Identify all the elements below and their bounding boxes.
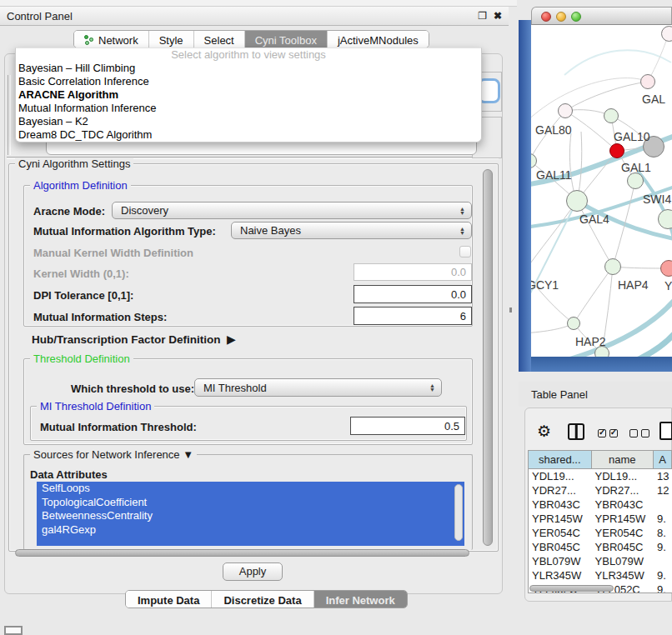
data-attributes-list[interactable]: SelfLoops TopologicalCoefficient Between…	[37, 482, 464, 546]
node-gal10[interactable]	[604, 108, 619, 123]
tab-impute-data[interactable]: Impute Data	[126, 591, 212, 608]
tab-select[interactable]: Select	[194, 31, 245, 48]
menu-item-bayesian-k2[interactable]: Bayesian – K2	[16, 115, 481, 128]
table-row[interactable]: YER054C YER054C 8.	[529, 526, 672, 540]
node-right-edge-green[interactable]	[658, 209, 672, 229]
cell: 9.	[654, 512, 672, 526]
settings-vertical-scrollbar[interactable]	[483, 169, 493, 546]
hub-definition-label[interactable]: Hub/Transcription Factor Definition	[32, 333, 221, 346]
column-header-shared-name[interactable]: shared...	[529, 451, 592, 468]
node-label: GAL10	[614, 130, 650, 143]
deselect-all-checkboxes-icon[interactable]	[629, 428, 649, 440]
algorithm-placeholder: Select algorithm to view settings	[16, 48, 481, 62]
cell: YBR045C	[529, 540, 592, 554]
table-panel-toolbar: ⚙	[528, 417, 672, 448]
menu-item-aracne[interactable]: ARACNE Algorithm	[16, 88, 481, 102]
columns-icon[interactable]	[568, 423, 584, 440]
table-row[interactable]: YLR345W YLR345W 9.	[529, 568, 672, 582]
close-traffic-light-icon[interactable]	[541, 12, 551, 22]
node-label: GAL1	[621, 161, 651, 174]
node-gal4[interactable]	[566, 190, 588, 212]
select-all-checkboxes-icon[interactable]	[598, 428, 618, 440]
cell: YDL19...	[592, 469, 654, 483]
which-threshold-label: Which threshold to use:	[71, 382, 194, 395]
manual-kernel-checkbox[interactable]	[459, 246, 471, 258]
tab-infer-network[interactable]: Infer Network	[314, 591, 407, 608]
aracne-mode-combo[interactable]: Discovery ▲▼	[112, 202, 472, 219]
table-row[interactable]: YBR043C YBR043C	[529, 498, 672, 512]
stepper-arrows-icon: ▲▼	[459, 207, 465, 215]
list-item[interactable]: gal4RGexp	[37, 523, 464, 538]
node-label: HAP2	[575, 335, 606, 348]
cell: 9.	[654, 540, 672, 554]
cell: YLR345W	[592, 568, 654, 582]
table-row[interactable]: YDL19... YDL19... 13	[529, 469, 672, 483]
kernel-width-input[interactable]: 0.0	[354, 263, 472, 281]
cell: 12	[654, 483, 672, 498]
node-swi4[interactable]	[627, 172, 644, 189]
gear-icon[interactable]: ⚙	[537, 422, 551, 441]
network-window-frame-bottom	[531, 357, 672, 372]
splitter-grip[interactable]	[509, 308, 512, 312]
tab-jactivemnodules-label: jActiveMNodules	[338, 34, 419, 47]
table-row[interactable]: YBR045C YBR045C 9.	[529, 540, 672, 554]
cell: YER054C	[529, 526, 592, 540]
table-row[interactable]: YPR145W YPR145W 9.	[529, 512, 672, 526]
new-table-icon[interactable]	[659, 422, 672, 440]
node-red-selected[interactable]	[609, 143, 624, 158]
tab-style[interactable]: Style	[149, 31, 194, 48]
network-canvas[interactable]: GAL GAL80 GAL10 GAL1 GAL11 SWI4 GAL4 GCY…	[531, 25, 672, 357]
tab-cyni-toolbox[interactable]: Cyni Toolbox	[245, 31, 328, 48]
sources-collapse-arrow-icon[interactable]: ▼	[183, 448, 193, 461]
stepper-arrows-icon: ▲▼	[459, 227, 465, 235]
node-gal-cut[interactable]	[640, 74, 655, 89]
which-threshold-combo[interactable]: MI Threshold ▲▼	[194, 378, 442, 397]
node-table[interactable]: shared... name A YDL19... YDL19... 13 YD…	[528, 450, 672, 593]
zoom-traffic-light-icon[interactable]	[571, 12, 581, 22]
apply-button[interactable]: Apply	[223, 562, 283, 581]
table-horizontal-scrollbar[interactable]	[529, 585, 614, 592]
panel-title: Control Panel	[7, 10, 73, 22]
tab-network[interactable]: Network	[74, 31, 149, 48]
docked-panel-button[interactable]	[4, 626, 23, 635]
cell: YLR345W	[529, 568, 592, 582]
node-gal80[interactable]	[558, 103, 573, 118]
menu-item-bayesian-hill-climbing[interactable]: Bayesian – Hill Climbing	[16, 62, 481, 75]
menu-item-basic-correlation[interactable]: Basic Correlation Inference	[16, 75, 481, 88]
menu-item-dream8[interactable]: Dream8 DC_TDC Algorithm	[16, 128, 481, 142]
cell: YBR043C	[592, 498, 654, 512]
tab-discretize-data[interactable]: Discretize Data	[212, 591, 313, 608]
mi-threshold-input[interactable]: 0.5	[350, 417, 465, 435]
node-hap4[interactable]	[604, 258, 621, 275]
list-item[interactable]: BetweennessCentrality	[37, 509, 464, 523]
menu-item-mutual-information[interactable]: Mutual Information Inference	[16, 102, 481, 115]
mi-steps-label: Mutual Information Steps:	[33, 311, 167, 323]
node-label: GAL80	[535, 123, 572, 137]
list-item	[37, 537, 464, 546]
screen: Control Panel ❐ ✖ Network Style Select C…	[0, 0, 672, 635]
hub-expand-arrow-icon[interactable]: ▶	[227, 332, 236, 346]
node-hap2[interactable]	[567, 317, 580, 330]
settings-horizontal-scrollbar[interactable]	[15, 549, 469, 557]
table-row[interactable]: YBL079W YBL079W	[529, 554, 672, 568]
mi-steps-input[interactable]: 6	[354, 307, 472, 325]
column-header-name[interactable]: name	[592, 451, 654, 468]
cell: YPR145W	[592, 512, 654, 526]
close-icon[interactable]: ✖	[494, 10, 502, 22]
list-item[interactable]: TopologicalCoefficient	[37, 496, 464, 510]
node-y-cut[interactable]	[660, 260, 672, 277]
dpi-tolerance-input[interactable]: 0.0	[354, 285, 472, 303]
column-header-cut[interactable]: A	[654, 451, 672, 468]
node-partial-top[interactable]	[661, 26, 672, 42]
cell: YBR045C	[592, 540, 654, 554]
hidden-group-edge-left	[8, 75, 11, 155]
float-window-icon[interactable]: ❐	[478, 10, 487, 22]
table-row[interactable]: YDR27... YDR27... 12	[529, 483, 672, 498]
list-item[interactable]: SelfLoops	[37, 482, 464, 496]
attributes-scrollbar[interactable]	[454, 484, 463, 541]
network-window-titlebar[interactable]	[531, 7, 672, 25]
tab-jactivemnodules[interactable]: jActiveMNodules	[328, 31, 429, 48]
minimize-traffic-light-icon[interactable]	[556, 12, 566, 22]
data-attributes-label: Data Attributes	[30, 468, 108, 481]
mi-type-combo[interactable]: Naive Bayes ▲▼	[231, 222, 472, 239]
